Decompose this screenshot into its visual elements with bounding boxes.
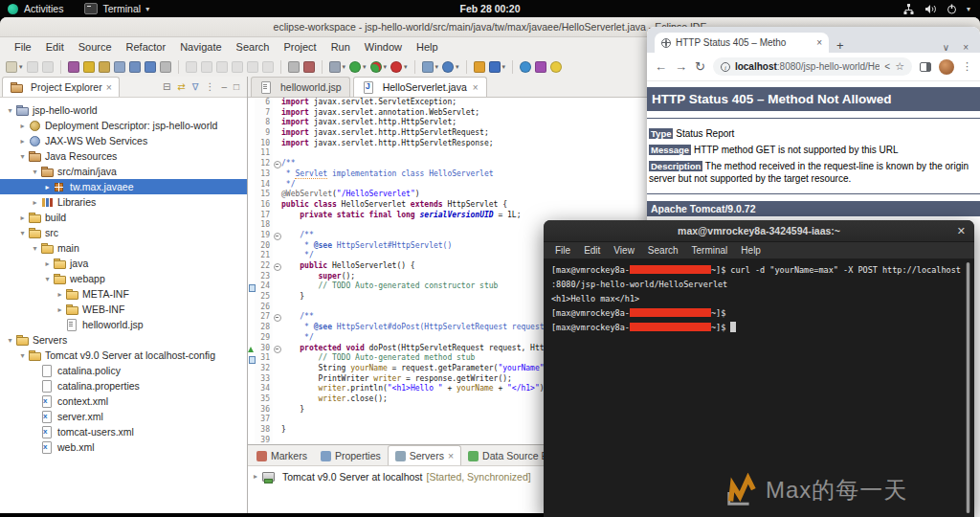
tab-properties[interactable]: Properties [314, 446, 388, 465]
back-button[interactable]: ← [655, 59, 667, 74]
expand-arrow-icon[interactable]: ▾ [5, 336, 15, 345]
menu-run[interactable]: Run [324, 39, 357, 55]
tree-item[interactable]: ▾Servers [0, 332, 247, 348]
tree-item[interactable]: ▸tw.max.javaee [0, 179, 247, 194]
toolbar-new-wizard-icon[interactable] [6, 61, 17, 73]
tree-item[interactable]: context.xml [0, 393, 247, 409]
link-editor-icon[interactable]: ⇄ [177, 81, 185, 92]
toolbar-skip-breakpoints-icon[interactable] [329, 61, 341, 73]
expand-arrow-icon[interactable]: ▸ [17, 214, 28, 222]
side-panel-icon[interactable] [920, 62, 931, 72]
tree-item[interactable]: web.xml [0, 439, 247, 455]
toolbar-save-all-icon[interactable] [42, 61, 54, 73]
maximize-icon[interactable]: □ [234, 81, 239, 92]
terminal-scrollbar[interactable] [966, 262, 970, 513]
tree-item[interactable]: ▸WEB-INF [0, 302, 247, 317]
expand-arrow-icon[interactable]: ▸ [42, 183, 53, 191]
menu-kebab-icon[interactable]: ⋮ [962, 60, 972, 73]
window-close-icon[interactable]: × [963, 42, 969, 53]
terminal-menu-help[interactable]: Help [735, 244, 767, 257]
minimize-icon[interactable]: – [221, 81, 227, 92]
toolbar-javaee-perspective-icon[interactable] [535, 61, 546, 73]
toolbar-world-icon[interactable] [520, 61, 531, 73]
tree-item[interactable]: helloworld.jsp [0, 317, 247, 332]
menu-project[interactable]: Project [277, 39, 323, 55]
tree-item[interactable]: ▾Java Resources [0, 148, 247, 164]
tree-item[interactable]: ▾jsp-hello-world [0, 102, 247, 118]
dropdown-arrow-icon[interactable]: ▾ [404, 63, 408, 71]
menu-edit[interactable]: Edit [39, 39, 71, 55]
dropdown-arrow-icon[interactable]: ▾ [19, 63, 23, 71]
tree-item[interactable]: tomcat-users.xml [0, 424, 247, 439]
tab-markers[interactable]: Markers [250, 446, 314, 465]
expand-arrow-icon[interactable]: ▸ [17, 122, 28, 130]
share-icon[interactable]: < [884, 61, 890, 72]
tree-item[interactable]: ▸JAX-WS Web Services [0, 133, 247, 148]
toolbar-quickfix-bulb-icon[interactable] [550, 61, 562, 73]
expand-arrow-icon[interactable]: ▸ [30, 198, 40, 207]
toolbar-save-icon[interactable] [27, 61, 38, 73]
tab-servers[interactable]: Servers× [388, 445, 461, 465]
dropdown-arrow-icon[interactable]: ▾ [435, 63, 439, 71]
editor-tab-helloworld-jsp[interactable]: helloworld.jsp [251, 77, 350, 97]
tree-item[interactable]: ▾src/main/java [0, 164, 247, 179]
tree-item[interactable]: ▾src [0, 225, 247, 240]
expand-arrow-icon[interactable]: ▾ [42, 275, 53, 283]
editor-tab-helloservlet-java[interactable]: HelloServerlet.java × [353, 77, 487, 97]
toolbar-tomcat-pin-icon[interactable] [68, 61, 79, 73]
terminal-close-icon[interactable]: ✕ [957, 225, 966, 237]
toolbar-step-over-icon[interactable] [247, 61, 258, 73]
menu-refactor[interactable]: Refactor [120, 39, 173, 55]
toolbar-terminate-icon[interactable] [216, 61, 228, 73]
terminal-menu-edit[interactable]: Edit [578, 244, 606, 257]
terminal-menu-search[interactable]: Search [642, 244, 684, 257]
toolbar-suspend-icon[interactable] [201, 61, 212, 73]
expand-arrow-icon[interactable]: ▸ [55, 305, 65, 314]
toolbar-debug-icon[interactable] [370, 61, 382, 73]
tab-search-icon[interactable]: ∨ [943, 42, 949, 53]
system-tray[interactable]: ▾ [902, 4, 980, 14]
dropdown-arrow-icon[interactable]: ▾ [456, 63, 459, 71]
terminal-menu-view[interactable]: View [608, 244, 640, 257]
toolbar-console-icon[interactable] [145, 61, 156, 73]
reload-button[interactable]: ↻ [695, 59, 705, 74]
terminal-body[interactable]: [max@vmrockey8a-~]$ curl -d "yourName=ma… [544, 258, 974, 517]
toolbar-show-whitespace-icon[interactable] [129, 61, 141, 73]
toolbar-jar-import-icon[interactable] [114, 61, 125, 73]
toolbar-resume-icon[interactable] [186, 61, 197, 73]
close-icon[interactable]: × [473, 82, 479, 93]
menu-navigate[interactable]: Navigate [173, 39, 228, 55]
browser-tab[interactable]: HTTP Status 405 – Metho × [655, 33, 829, 53]
collapse-all-icon[interactable]: ⊟ [163, 81, 170, 92]
fold-icon[interactable] [273, 312, 281, 323]
tree-item[interactable]: ▾Tomcat v9.0 Server at localhost-config [0, 348, 247, 363]
dropdown-arrow-icon[interactable]: ▾ [363, 63, 367, 71]
tree-item[interactable]: ▾main [0, 240, 247, 256]
tree-item[interactable]: ▾webapp [0, 271, 247, 286]
tree-item[interactable]: catalina.policy [0, 363, 247, 378]
tree-item[interactable]: ▸java [0, 256, 247, 271]
expand-arrow-icon[interactable]: ▾ [5, 106, 15, 115]
expand-arrow-icon[interactable]: ▾ [30, 244, 40, 253]
fold-icon[interactable] [273, 231, 281, 241]
forward-button[interactable]: → [675, 59, 687, 74]
dropdown-arrow-icon[interactable]: ▾ [343, 63, 346, 71]
terminal-titlebar[interactable]: max@vmrockey8a-3424594-iaas:~ ✕ [544, 220, 974, 242]
toolbar-step-into-icon[interactable] [232, 61, 243, 73]
toolbar-new-server-icon[interactable] [422, 61, 434, 73]
view-menu-icon[interactable]: ⋮ [205, 81, 214, 92]
toolbar-web-browser-icon[interactable] [442, 61, 454, 73]
toolbar-clean-brush-icon[interactable] [83, 61, 95, 73]
expand-arrow-icon[interactable]: ▸ [17, 137, 28, 146]
bookmark-star-icon[interactable]: ☆ [895, 60, 904, 73]
tree-item[interactable]: ▸Deployment Descriptor: jsp-hello-world [0, 118, 247, 133]
clock[interactable]: Feb 28 00:20 [0, 3, 980, 14]
menu-window[interactable]: Window [358, 39, 409, 55]
close-icon[interactable]: × [448, 450, 454, 461]
fold-icon[interactable] [273, 344, 281, 354]
tree-item[interactable]: catalina.properties [0, 378, 247, 393]
profile-avatar[interactable] [939, 59, 954, 75]
terminal-menu-file[interactable]: File [549, 244, 576, 257]
dropdown-arrow-icon[interactable]: ▾ [384, 63, 388, 71]
toolbar-open-type-icon[interactable] [474, 61, 485, 73]
